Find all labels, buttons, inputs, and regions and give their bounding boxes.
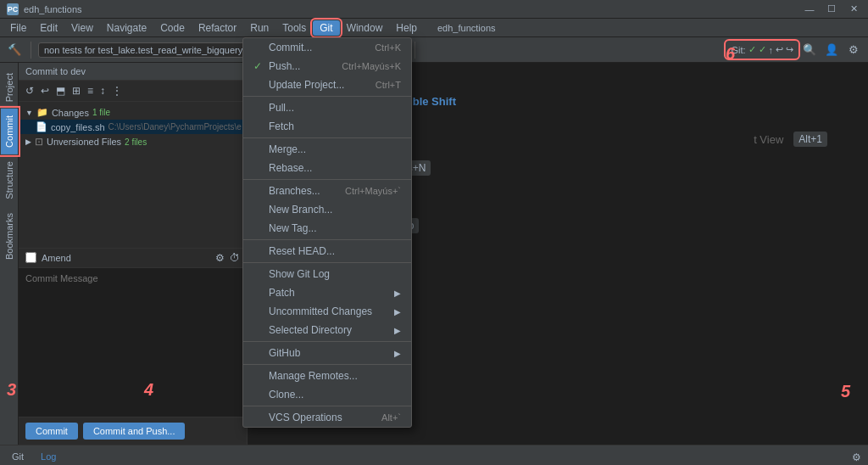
expand-btn[interactable]: ⊞	[70, 83, 82, 98]
git-push-arrow[interactable]: ↑	[769, 45, 774, 55]
commit-label: Commit...	[269, 42, 312, 53]
close-button[interactable]: ✕	[846, 2, 861, 17]
clock-icon[interactable]: ⏱	[230, 252, 240, 264]
diff-btn[interactable]: ⬒	[54, 83, 67, 98]
menu-help[interactable]: Help	[389, 20, 424, 36]
git-menu-update[interactable]: Update Project... Ctrl+T	[243, 76, 411, 94]
commit-header: Commit to dev	[19, 63, 247, 81]
commit-push-button[interactable]: Commit and Push...	[83, 423, 186, 440]
maximize-button[interactable]: ☐	[824, 2, 839, 17]
git-menu-branches[interactable]: Branches... Ctrl+Mayús+`	[243, 182, 411, 200]
vcs-operations-label: VCS Operations	[269, 412, 342, 423]
title-bar-left: PC edh_functions	[7, 3, 82, 15]
git-menu-new-branch[interactable]: New Branch...	[243, 200, 411, 219]
unversioned-label: Unversioned Files	[47, 137, 121, 147]
fetch-label: Fetch	[269, 120, 294, 132]
changed-file-item[interactable]: 📄 copy_files.sh C:\Users\Daney\PycharmPr…	[19, 120, 247, 134]
menu-sep-1	[243, 96, 411, 97]
amend-checkbox[interactable]	[25, 252, 36, 263]
git-menu-vcs-operations[interactable]: VCS Operations Alt+`	[243, 408, 411, 427]
sidebar-tab-project[interactable]: Project	[1, 66, 18, 109]
git-menu-pull[interactable]: Pull...	[243, 98, 411, 117]
amend-icons: ⚙ ⏱	[215, 252, 240, 264]
git-menu-fetch[interactable]: Fetch	[243, 117, 411, 136]
menu-navigate[interactable]: Navigate	[100, 20, 153, 36]
menu-refactor[interactable]: Refactor	[192, 20, 243, 36]
push-shortcut: Ctrl+Mayús+K	[342, 61, 401, 71]
menu-sep-5	[243, 262, 411, 263]
git-menu-rebase[interactable]: Rebase...	[243, 159, 411, 177]
menu-sep-6	[243, 341, 411, 342]
list-view-btn[interactable]: ≡	[86, 83, 95, 98]
git-redo[interactable]: ↪	[786, 44, 793, 55]
reset-head-label: Reset HEAD...	[269, 245, 335, 257]
git-menu-patch[interactable]: Patch ▶	[243, 283, 411, 302]
git-menu-clone[interactable]: Clone...	[243, 385, 411, 404]
menu-edit[interactable]: Edit	[33, 20, 64, 36]
menu-git[interactable]: Git	[313, 20, 339, 36]
settings-icon[interactable]: ⚙	[215, 252, 225, 264]
git-menu-selected-dir[interactable]: Selected Directory ▶	[243, 321, 411, 339]
sort-btn[interactable]: ↕	[98, 83, 107, 98]
undo-changes-btn[interactable]: ↩	[39, 83, 51, 98]
bottom-tab-tools: ⚙	[849, 450, 865, 465]
toolbar-sep-1	[31, 42, 31, 59]
commit-buttons: Commit Commit and Push...	[19, 417, 247, 445]
menu-view[interactable]: View	[64, 20, 100, 36]
clone-label: Clone...	[269, 389, 303, 401]
menu-sep-3	[243, 179, 411, 180]
toolbar-build-btn[interactable]: 🔨	[5, 41, 24, 59]
changes-label: Changes	[52, 108, 89, 118]
git-menu-push[interactable]: ✓ Push... Ctrl+Mayús+K	[243, 57, 411, 76]
amend-row: Amend ⚙ ⏱	[19, 248, 247, 268]
sidebar-tab-structure[interactable]: Structure	[1, 154, 18, 206]
git-menu-github[interactable]: GitHub ▶	[243, 344, 411, 362]
git-menu-merge[interactable]: Merge...	[243, 140, 411, 159]
window-controls: — ☐ ✕	[802, 2, 861, 17]
run-config-label: edh_functions	[437, 23, 496, 33]
changes-folder[interactable]: ▼ 📁 Changes 1 file	[19, 105, 247, 120]
git-menu-commit[interactable]: Commit... Ctrl+K	[243, 38, 411, 57]
menu-window[interactable]: Window	[340, 20, 390, 36]
vcs-shortcut: Alt+`	[381, 412, 401, 423]
git-menu-show-log[interactable]: Show Git Log	[243, 265, 411, 283]
minimize-button[interactable]: —	[802, 2, 817, 17]
menu-run[interactable]: Run	[243, 20, 275, 36]
bottom-tab-git[interactable]: Git	[3, 448, 32, 466]
commit-message-input[interactable]	[19, 268, 247, 417]
menu-code[interactable]: Code	[153, 20, 192, 36]
git-undo[interactable]: ↩	[776, 44, 783, 55]
commit-button[interactable]: Commit	[25, 423, 78, 440]
selected-dir-label: Selected Directory	[269, 324, 352, 336]
branches-label: Branches...	[269, 185, 320, 197]
unversioned-folder[interactable]: ▶ ⊡ Unversioned Files 2 files	[19, 134, 247, 149]
git-menu-uncommitted[interactable]: Uncommitted Changes ▶	[243, 302, 411, 321]
settings-bottom-btn[interactable]: ⚙	[849, 450, 865, 465]
unversioned-count: 2 files	[125, 137, 147, 147]
sidebar-tab-bookmarks[interactable]: Bookmarks	[1, 206, 18, 266]
more-btn[interactable]: ⋮	[110, 83, 124, 98]
git-menu-manage-remotes[interactable]: Manage Remotes...	[243, 367, 411, 385]
menu-file[interactable]: File	[3, 20, 33, 36]
bottom-tabs: Git Log ⚙	[0, 445, 868, 465]
user-toolbar-btn[interactable]: 👤	[822, 41, 841, 59]
menu-tools[interactable]: Tools	[275, 20, 313, 36]
manage-remotes-label: Manage Remotes...	[269, 370, 358, 382]
show-log-label: Show Git Log	[269, 268, 330, 280]
git-menu-reset-head[interactable]: Reset HEAD...	[243, 242, 411, 261]
new-branch-label: New Branch...	[269, 204, 332, 216]
git-menu-new-tag[interactable]: New Tag...	[243, 219, 411, 238]
bottom-tab-log[interactable]: Log	[32, 448, 64, 466]
settings-toolbar-btn[interactable]: ⚙	[844, 41, 863, 59]
commit-shortcut: Ctrl+K	[375, 42, 401, 53]
search-toolbar-btn[interactable]: 🔍	[800, 41, 819, 59]
git-check-1: ✓	[748, 44, 756, 55]
bottom-panel: Git Log ⚙ ◀ ▶ ⚙ Branch: All ÷ User: All …	[0, 445, 868, 465]
file-name: copy_files.sh	[51, 122, 105, 132]
changes-count: 1 file	[92, 108, 110, 117]
sidebar-tab-commit[interactable]: Commit	[1, 109, 18, 154]
menu-sep-4	[243, 239, 411, 240]
app-icon: PC	[7, 3, 19, 15]
refresh-btn[interactable]: ↺	[24, 83, 36, 98]
changes-tree: ▼ 📁 Changes 1 file 📄 copy_files.sh C:\Us…	[19, 102, 247, 248]
